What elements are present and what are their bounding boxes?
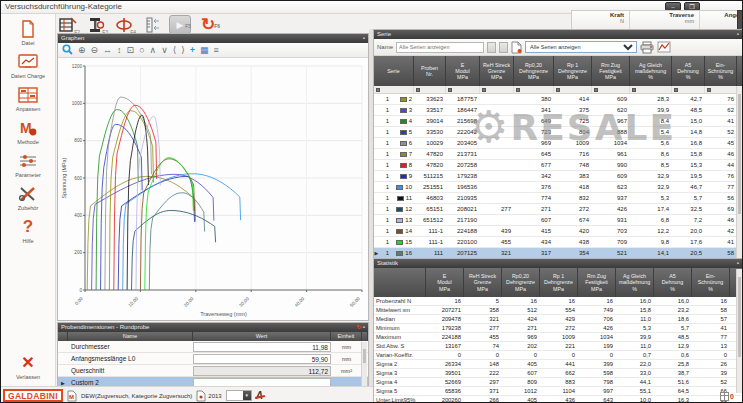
font-style-icon[interactable]: A [256,390,263,401]
series-row-4[interactable]: 14390142156986497259678,415,041 [374,116,742,127]
column-header[interactable]: Rp 1 Dehngrenze MPa [554,56,592,86]
column-filter-box[interactable] [630,86,672,93]
stats-row[interactable]: Probenzahl N16516161616,016,016 [374,297,742,306]
series-scrollbar[interactable] [736,86,742,258]
value-field[interactable]: 112,72 [193,366,331,376]
stats-row[interactable]: Sigma 45266929780988379844,151,652 [374,378,742,387]
stats-row[interactable]: Sigma 22633414840544139922,025,826 [374,360,742,369]
status-dropdown[interactable]: ▾ [226,390,252,401]
legend-toggle-icon[interactable]: ≡ [214,44,219,57]
panel-collapse-handle[interactable] [737,10,743,30]
series-row-12[interactable]: 1126515120802127727127242617,432,569 [374,204,742,215]
new-series-icon[interactable] [511,41,522,54]
column-filter-box[interactable] [414,86,446,93]
zoom-icon[interactable] [62,44,73,57]
filter-apply-button[interactable] [487,42,496,53]
stats-row[interactable]: Maximum2241884559691009103439,948,577 [374,333,742,342]
v-extents-icon[interactable]: ↕ [117,44,122,57]
series-row-7[interactable]: 17478202137316457169618,615,846 [374,149,742,160]
pin-icon[interactable]: ▪ [363,324,365,330]
series-row-6[interactable]: 1610029203405969100910345,616,845 [374,138,742,149]
pan-right-icon[interactable]: ⟩ [181,44,185,57]
zoom-out-icon[interactable]: ⊖ [91,44,99,57]
column-filter-box[interactable] [514,86,554,93]
column-header[interactable]: Ein- Schnürung % [705,56,737,86]
dims-scrollbar[interactable] [361,342,367,386]
sidebar-item-hilfe[interactable]: ? Hilfe [2,217,54,244]
series-view-select[interactable]: Alle Serien anzeigen [525,41,637,53]
h-extents-icon[interactable]: ↔ [103,44,112,57]
stats-corner-indicator[interactable]: 0 [720,392,734,401]
dims-row-durchmesser[interactable]: Durchmesser11,98mm [58,341,368,353]
sidebar-item-parameter[interactable]: Parameter [2,151,54,178]
series-row-5[interactable]: 15335302220427238048885,414,852 [374,127,742,138]
lasso-icon[interactable]: ○ [139,44,144,57]
dims-row-anfangsmessl-nge-l0[interactable]: Anfangsmesslänge L059,90mm [58,353,368,365]
column-filter-box[interactable] [592,86,630,93]
sidebar-item-datei[interactable]: Datei [2,19,54,46]
stats-row[interactable]: Median20947832142442970611,018,657 [374,315,742,324]
stats-row[interactable]: Varian-Koeffiz.000000,70,60 [374,351,742,360]
column-filter-box[interactable] [480,86,514,93]
column-header[interactable]: Rp0,20 Dehngrenze MPa [514,56,554,86]
stats-row[interactable]: Std.Abw. S131677420222119911,012,913 [374,342,742,351]
grid-toggle-icon[interactable]: ▦ [200,44,209,57]
series-row-14[interactable]: 114111-122418843941542070312,220,042 [374,226,742,237]
fit-icon[interactable]: ⊡ [127,44,135,57]
pin-icon[interactable]: ▪ [363,34,365,43]
sidebar-item-methode[interactable]: M Methode [2,118,54,145]
sidebar-item-anpassen[interactable]: Anpassen [2,85,54,112]
reset-refresh-icon[interactable]: ↻F6 [197,15,219,34]
column-header[interactable]: Proben Nr. [414,56,446,86]
column-header[interactable]: Rm Zug Festigkeit MPa [592,56,630,86]
stats-row[interactable]: Sigma 33950122260766259833,038,739 [374,369,742,378]
column-filter-box[interactable] [374,86,414,93]
stats-row[interactable]: Mittelwert xm20727135851255474915,823,25… [374,306,742,315]
column-header[interactable]: E Modul MPa [446,56,480,86]
series-row-13[interactable]: 1136515122171906076749316,87,246 [374,215,742,226]
machine-setup-icon[interactable]: F3 [85,15,107,34]
stats-row[interactable]: Minimum1792382772712724265,35,741 [374,324,742,333]
stats-row[interactable]: Unter.Limit95%20026026640543664310,016,3… [374,396,742,403]
zoom-in-icon[interactable]: ⊕ [78,44,86,57]
pan-left-icon[interactable]: ⟨ [173,44,177,57]
series-row-9[interactable]: 1951121517923834238360932,919,576 [374,171,742,182]
sidebar-item-verlassen[interactable]: ✕ Verlassen [2,353,54,380]
stats-scrollbar[interactable] [736,269,742,393]
sidebar-item-zubehoer[interactable]: Zubehör [2,184,54,211]
column-header[interactable]: Serie [374,56,414,86]
series-search-input[interactable] [396,42,484,53]
column-header[interactable]: ReH Streck Grenze MPa [480,56,514,86]
series-row-2[interactable]: 123362318775738041460928,342,776 [374,94,742,105]
sidebar-item-daten-charge[interactable]: Daten Charge [2,52,54,79]
series-row-8[interactable]: 18478202072586777489908,515,344 [374,160,742,171]
dims-row-querschnitt[interactable]: Querschnitt112,72mm² [58,365,368,377]
pan-up-icon[interactable]: ∧ [150,44,157,57]
value-field[interactable]: 59,90 [193,354,331,364]
curve-chart-icon[interactable] [657,41,671,54]
dims-refresh-icon[interactable]: ↻ [356,324,361,330]
column-filter-box[interactable] [554,86,592,93]
series-row-11[interactable]: 111468032109357748329375,35,756 [374,193,742,204]
stats-row[interactable]: Sigma 5658363711012110499755,164,566 [374,387,742,396]
start-test-icon[interactable]: ▶F5 [169,15,191,34]
column-filter-box[interactable] [672,86,705,93]
ruler-icon[interactable] [141,15,163,34]
print-icon[interactable] [640,41,654,54]
value-field[interactable]: 11,98 [193,342,331,352]
pin-icon[interactable]: ▪ [737,30,739,39]
layout-grid-icon[interactable]: F2 [57,15,79,34]
filter-clear-button[interactable] [499,42,508,53]
column-filter-box[interactable] [705,86,737,93]
stress-strain-chart[interactable]: 0200400600800100012000,0010,0020,0030,00… [58,58,368,320]
series-row-10[interactable]: 11025155119653637641862332,946,777 [374,182,742,193]
axes-move-icon[interactable]: F4 [113,15,135,34]
column-header[interactable]: A5 Dehnung % [672,56,705,86]
series-row-15[interactable]: 115111-12201004554344387099,817,641 [374,237,742,248]
column-header[interactable]: Ag Gleich maßdehnung % [630,56,672,86]
pin-icon[interactable]: ▪ [737,259,739,268]
pan-down-icon[interactable]: ∨ [161,44,168,57]
column-filter-box[interactable] [446,86,480,93]
crosshair-icon[interactable]: + [190,44,195,57]
series-row-3[interactable]: 133351718644734137562039,948,562 [374,105,742,116]
